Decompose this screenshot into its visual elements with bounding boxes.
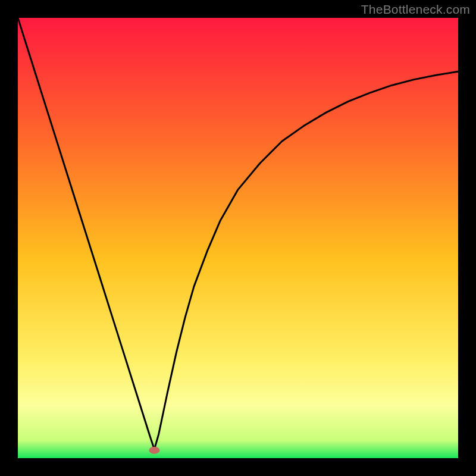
bottleneck-chart bbox=[18, 18, 458, 458]
minimum-marker bbox=[149, 447, 159, 454]
watermark-text: TheBottleneck.com bbox=[361, 2, 470, 17]
chart-frame: TheBottleneck.com bbox=[0, 0, 476, 476]
gradient-background bbox=[18, 18, 458, 458]
